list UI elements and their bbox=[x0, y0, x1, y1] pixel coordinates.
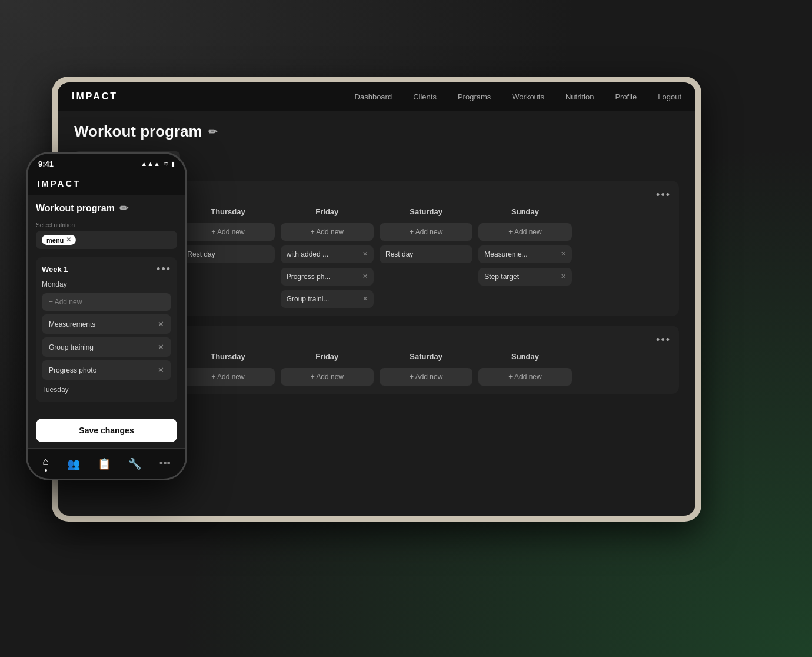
week2-add-sun[interactable]: + Add new bbox=[478, 368, 571, 386]
close-measurements-phone[interactable]: ✕ bbox=[158, 320, 164, 328]
phone-frame: 9:41 ▲▲▲ ≋ ▮ IMPACT Workout program ✏ Se… bbox=[26, 152, 187, 480]
week2-add-fri[interactable]: + Add new bbox=[281, 368, 374, 386]
close-progress-fri[interactable]: ✕ bbox=[362, 273, 368, 280]
home-dot bbox=[45, 469, 47, 472]
close-with-added[interactable]: ✕ bbox=[362, 250, 368, 258]
nav-logout[interactable]: Logout bbox=[658, 92, 681, 101]
card-progress-photo-fri: Progress ph... ✕ bbox=[281, 268, 374, 286]
nav-programs[interactable]: Programs bbox=[458, 92, 491, 101]
card-with-added: with added ... ✕ bbox=[281, 245, 374, 263]
nutrition-menu-tag: menu ✕ bbox=[42, 235, 76, 245]
nav-profile[interactable]: Profile bbox=[615, 92, 637, 101]
week2-day-thu: Thursday + Add new bbox=[181, 352, 274, 386]
day-header-sunday: Sunday bbox=[478, 207, 571, 218]
nutrition-select-box[interactable]: menu ✕ bbox=[36, 231, 177, 249]
add-new-friday[interactable]: + Add new bbox=[281, 223, 374, 241]
week2-add-thu[interactable]: + Add new bbox=[181, 368, 274, 386]
phone-edit-icon[interactable]: ✏ bbox=[119, 202, 128, 215]
edit-icon[interactable]: ✏ bbox=[208, 125, 217, 138]
day-header-thursday: Thursday bbox=[181, 207, 274, 218]
week-2-dots[interactable]: ••• bbox=[656, 334, 671, 346]
add-new-saturday[interactable]: + Add new bbox=[380, 223, 472, 241]
battery-icon: ▮ bbox=[171, 160, 175, 168]
day-header-friday: Friday bbox=[281, 207, 374, 218]
nutrition-label: Select nutrition bbox=[36, 222, 177, 228]
phone-week-1-title: Week 1 bbox=[42, 265, 68, 274]
card-step-target: Step target ✕ bbox=[478, 268, 571, 286]
phone-week-1: Week 1 ••• Monday + Add new Measurements… bbox=[36, 257, 177, 402]
day-col-saturday: Saturday + Add new Rest day bbox=[380, 207, 472, 308]
phone-monday-label: Monday bbox=[42, 280, 171, 288]
phone-status-bar: 9:41 ▲▲▲ ≋ ▮ bbox=[28, 154, 185, 174]
phone-content: Workout program ✏ Select nutrition menu … bbox=[28, 195, 185, 413]
phone-week-1-dots[interactable]: ••• bbox=[157, 263, 171, 276]
week2-day-fri: Friday + Add new bbox=[281, 352, 374, 386]
week2-header-thu: Thursday bbox=[181, 352, 274, 363]
save-changes-button[interactable]: Save changes bbox=[36, 419, 177, 442]
phone-bottom-nav: ⌂ 👥 📋 🔧 ••• bbox=[28, 448, 185, 479]
card-rest-thu: Rest day bbox=[181, 245, 274, 263]
week2-extra bbox=[578, 352, 671, 386]
card-measure-sun: Measureme... ✕ bbox=[478, 245, 571, 263]
bottom-nav-tools[interactable]: 🔧 bbox=[128, 457, 141, 470]
tablet-navbar: IMPACT Dashboard Clients Programs Workou… bbox=[58, 82, 695, 111]
day-header-saturday: Saturday bbox=[380, 207, 472, 218]
bottom-nav-clipboard[interactable]: 📋 bbox=[98, 457, 111, 470]
phone-add-new-btn[interactable]: + Add new bbox=[42, 293, 171, 311]
tag-close-icon[interactable]: ✕ bbox=[66, 236, 71, 244]
phone-logo: IMPACT bbox=[37, 178, 81, 188]
phone-item-measurements: Measurements ✕ bbox=[42, 314, 171, 334]
wifi-icon: ≋ bbox=[163, 160, 168, 168]
bottom-nav-home[interactable]: ⌂ bbox=[42, 456, 49, 472]
tablet-logo: IMPACT bbox=[72, 91, 118, 102]
bottom-nav-more[interactable]: ••• bbox=[159, 457, 171, 470]
tools-icon: 🔧 bbox=[128, 457, 141, 470]
phone-item-progress-photo: Progress photo ✕ bbox=[42, 360, 171, 380]
tablet-nav-links: Dashboard Clients Programs Workouts Nutr… bbox=[355, 92, 681, 101]
week-1-dots[interactable]: ••• bbox=[656, 189, 671, 201]
status-time: 9:41 bbox=[38, 160, 54, 168]
week2-header-sat: Saturday bbox=[380, 352, 472, 363]
phone-header: IMPACT bbox=[28, 174, 185, 195]
day-col-sunday: Sunday + Add new Measureme... ✕ Step tar… bbox=[478, 207, 571, 308]
home-icon: ⌂ bbox=[42, 456, 49, 468]
nav-nutrition[interactable]: Nutrition bbox=[565, 92, 594, 101]
nav-workouts[interactable]: Workouts bbox=[512, 92, 544, 101]
day-col-thursday: Thursday + Add new Rest day bbox=[181, 207, 274, 308]
add-new-sunday[interactable]: + Add new bbox=[478, 223, 571, 241]
week2-header-fri: Friday bbox=[281, 352, 374, 363]
close-group-training-phone[interactable]: ✕ bbox=[158, 343, 164, 351]
bottom-nav-clients[interactable]: 👥 bbox=[67, 457, 80, 470]
add-new-thursday[interactable]: + Add new bbox=[181, 223, 274, 241]
week2-day-sun: Sunday + Add new bbox=[478, 352, 571, 386]
nav-clients[interactable]: Clients bbox=[413, 92, 437, 101]
card-rest-sat: Rest day bbox=[380, 245, 472, 263]
clients-icon: 👥 bbox=[67, 457, 80, 470]
nav-dashboard[interactable]: Dashboard bbox=[355, 92, 392, 101]
phone-page-title-area: Workout program ✏ bbox=[36, 202, 177, 215]
week2-add-sat[interactable]: + Add new bbox=[380, 368, 472, 386]
page-title-area: Workout program ✏ bbox=[74, 122, 679, 141]
day-col-extra bbox=[578, 207, 671, 308]
clipboard-icon: 📋 bbox=[98, 457, 111, 470]
phone-page-title: Workout program bbox=[36, 203, 115, 214]
phone-save-area: Save changes bbox=[28, 413, 185, 448]
close-progress-photo-phone[interactable]: ✕ bbox=[158, 366, 164, 374]
day-col-friday: Friday + Add new with added ... ✕ Progre… bbox=[281, 207, 374, 308]
more-icon: ••• bbox=[159, 457, 171, 470]
week2-header-sun: Sunday bbox=[478, 352, 571, 363]
status-icons: ▲▲▲ ≋ ▮ bbox=[141, 160, 175, 168]
close-measure-sun[interactable]: ✕ bbox=[561, 250, 566, 258]
phone-week-1-header: Week 1 ••• bbox=[42, 263, 171, 276]
page-title: Workout program bbox=[74, 122, 202, 141]
card-group-training-fri: Group traini... ✕ bbox=[281, 290, 374, 308]
close-step-target[interactable]: ✕ bbox=[561, 273, 566, 280]
phone-tuesday-label: Tuesday bbox=[42, 383, 171, 396]
close-group-fri[interactable]: ✕ bbox=[362, 295, 368, 303]
week2-day-sat: Saturday + Add new bbox=[380, 352, 472, 386]
phone-item-group-training: Group training ✕ bbox=[42, 337, 171, 357]
signal-icon: ▲▲▲ bbox=[141, 160, 160, 167]
